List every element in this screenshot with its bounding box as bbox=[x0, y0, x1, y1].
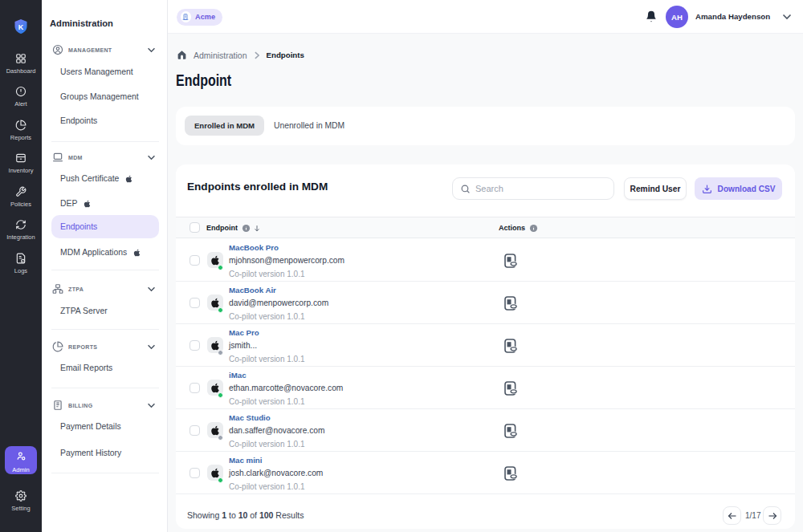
svg-text:K: K bbox=[18, 23, 24, 31]
